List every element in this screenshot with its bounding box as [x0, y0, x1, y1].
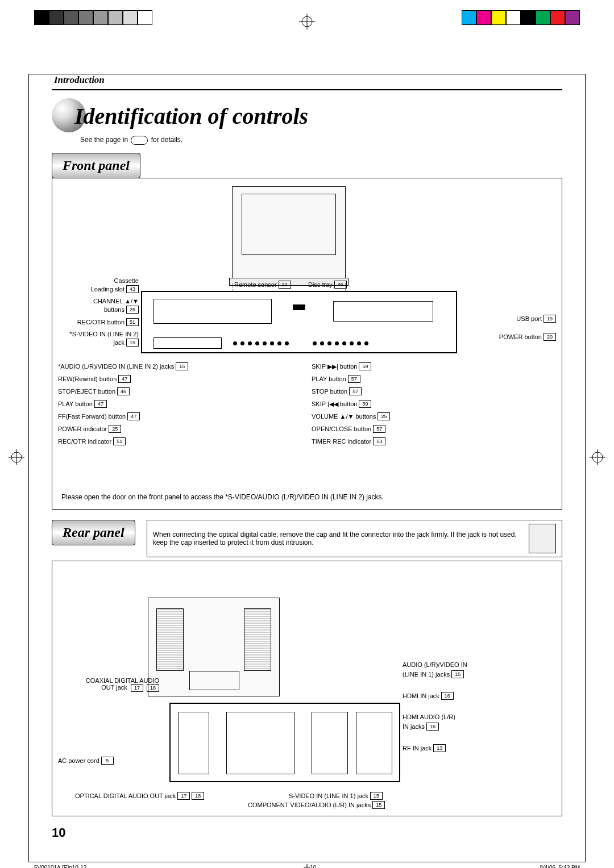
label-component-in: COMPONENT VIDEO/AUDIO (L/R) IN jacks15: [248, 801, 385, 809]
label-stop-eject-button: STOP/EJECT button46: [58, 387, 130, 395]
label-stop-button: STOP button57: [312, 387, 362, 395]
digital-audio-out-group: [179, 712, 209, 774]
label-power-indicator: POWER indicator25: [58, 425, 121, 433]
label-rec-otr-indicator: REC/OTR indicator51: [58, 437, 126, 445]
footer-file: 5V00101A [E]p10-12: [34, 865, 86, 868]
label-rec-otr-button: REC/OTR button51: [77, 318, 139, 326]
front-panel-note: Please open the door on the front panel …: [61, 493, 553, 501]
label-buttons: buttons26: [104, 306, 139, 314]
optical-jack-icon: [529, 524, 556, 553]
rear-speaker-left: [156, 608, 184, 671]
label-rf-in-jack: RF IN jack13: [403, 744, 446, 752]
label-play-button: PLAY button47: [58, 400, 107, 408]
label-skip-button: SKIP ▶▶| button59: [312, 362, 371, 370]
disc-tray-graphic: [333, 301, 433, 322]
registration-marks-top: [0, 0, 614, 51]
label-hdmi-in-jack: HDMI IN jack16: [403, 692, 454, 700]
front-panel-tag: Front panel: [52, 153, 140, 178]
label-remote-sensor: Remote sensor12: [234, 281, 291, 289]
remote-sensor-graphic: [293, 304, 305, 310]
label-ac-cord: AC power cord5: [58, 757, 114, 765]
hdmi-group: [356, 712, 392, 774]
reg-mark-bottom: [299, 864, 315, 868]
label-ff-fast-forward-button: FF(Fast Forward) button47: [58, 412, 140, 420]
label-open-close-button: OPEN/CLOSE button57: [312, 425, 385, 433]
label-hdmi-audio-l-r-: HDMI AUDIO (L/R): [403, 713, 455, 720]
rear-speaker-right: [244, 608, 271, 671]
page-title-wrap: Identification of controls: [52, 101, 562, 132]
rear-panel-box: COAXIAL DIGITAL AUDIO OUT jack 17 18 AC …: [52, 561, 562, 816]
reg-mark-top: [299, 14, 315, 32]
label-disc-tray: Disc tray46: [308, 281, 347, 289]
label-power-button: POWER button20: [499, 333, 556, 341]
rear-panel-header-row: Rear panel When connecting the optical d…: [52, 520, 562, 557]
component-group: [226, 712, 294, 774]
line-in-group: [312, 712, 348, 774]
label-timer-rec-indicator: TIMER REC indicator53: [312, 437, 385, 445]
label-loading-slot: Loading slot43: [91, 285, 139, 293]
rear-optical-note-text: When connecting the optical digital cabl…: [153, 531, 523, 546]
page-frame: Introduction Identification of controls …: [28, 74, 586, 862]
label-rew-rewind-button: REW(Rewind) button47: [58, 375, 131, 383]
page-title: Identification of controls: [74, 103, 308, 130]
label-volume-buttons: VOLUME ▲/▼ buttons25: [312, 412, 390, 420]
label-skip-button: SKIP |◀◀ button59: [312, 400, 371, 408]
reg-mark-right: [590, 449, 605, 468]
label-play-button: PLAY button57: [312, 375, 360, 383]
label-in-jacks: IN jacks16: [403, 723, 439, 731]
page-ref-box-icon: [131, 136, 148, 145]
control-buttons-row: [233, 336, 438, 350]
color-swatches: [462, 10, 580, 25]
label-jack: jack15: [113, 339, 139, 347]
label-usb-port: USB port19: [516, 315, 556, 323]
page-reference-note: See the page in for details.: [80, 136, 562, 145]
label-coaxial: COAXIAL DIGITAL AUDIO OUT jack 17 18: [58, 677, 159, 692]
label--line-in-1-jacks: (LINE IN 1) jacks15: [403, 670, 464, 678]
rear-panel-diagram: COAXIAL DIGITAL AUDIO OUT jack 17 18 AC …: [61, 569, 553, 808]
subnote-pre: See the page in: [80, 136, 128, 144]
front-panel-box: Remote sensor12 Disc tray46 CassetteLoad…: [52, 178, 562, 510]
front-jack-panel: [154, 337, 222, 349]
tv-screen: [242, 194, 336, 255]
deck-illustration: [141, 291, 457, 353]
rear-panel-body: [169, 703, 400, 782]
label--audio-l-r-video-in-line-in-2-jacks: *AUDIO (L/R)/VIDEO IN (LINE IN 2) jacks1…: [58, 362, 188, 370]
section-header: Introduction: [52, 74, 562, 90]
rear-tv-panel-inset: [189, 671, 239, 690]
label-cassette: Cassette: [114, 277, 139, 284]
tv-illustration: [232, 186, 346, 283]
cassette-slot: [154, 299, 272, 324]
rear-panel-tag: Rear panel: [52, 520, 135, 545]
grayscale-swatches: [34, 10, 152, 25]
label-channel-: CHANNEL ▲/▼: [93, 298, 139, 304]
label--s-video-in-line-in-2-: *S-VIDEO IN (LINE IN 2): [69, 331, 139, 337]
rear-tv-illustration: [148, 598, 280, 696]
footer-timestamp: 8/4/06, 5:43 PM: [540, 865, 580, 868]
reg-mark-left: [9, 449, 24, 468]
label-optical-out: OPTICAL DIGITAL AUDIO OUT jack 17 18: [75, 792, 204, 800]
rear-optical-note-box: When connecting the optical digital cabl…: [147, 520, 562, 557]
subnote-post: for details.: [151, 136, 182, 144]
label-svideo-in: S-VIDEO IN (LINE IN 1) jack15: [289, 792, 383, 800]
page-number: 10: [52, 816, 562, 845]
label-audio-l-r-video-in: AUDIO (L/R)/VIDEO IN: [403, 661, 467, 668]
front-panel-diagram: Remote sensor12 Disc tray46 CassetteLoad…: [61, 186, 553, 487]
